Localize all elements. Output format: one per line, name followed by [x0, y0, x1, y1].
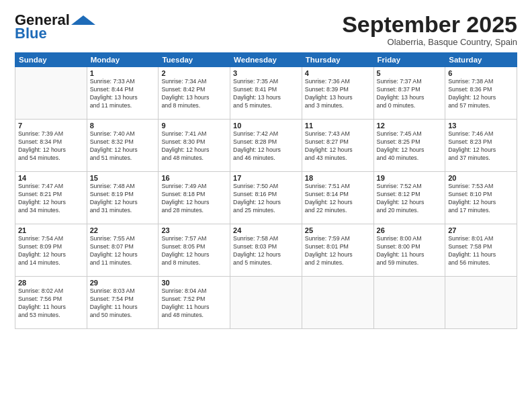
logo-icon: [71, 15, 95, 26]
logo-blue: Blue: [15, 26, 47, 42]
table-row: 4Sunrise: 7:36 AMSunset: 8:39 PMDaylight…: [302, 67, 373, 120]
day-number: 3: [233, 69, 299, 77]
table-row: [373, 277, 445, 329]
table-row: 27Sunrise: 8:01 AMSunset: 7:58 PMDayligh…: [445, 224, 517, 277]
day-number: 14: [18, 174, 84, 182]
day-info: Sunrise: 7:34 AMSunset: 8:42 PMDaylight:…: [161, 78, 227, 110]
day-number: 6: [448, 69, 514, 77]
day-number: 22: [90, 226, 156, 234]
logo: General Blue: [15, 12, 95, 42]
day-number: 25: [305, 226, 371, 234]
table-row: 18Sunrise: 7:51 AMSunset: 8:14 PMDayligh…: [302, 172, 373, 224]
day-info: Sunrise: 7:49 AMSunset: 8:18 PMDaylight:…: [161, 183, 227, 215]
day-number: 4: [305, 69, 371, 77]
table-row: 21Sunrise: 7:54 AMSunset: 8:09 PMDayligh…: [15, 224, 87, 277]
calendar-subtitle: Olaberria, Basque Country, Spain: [342, 37, 517, 47]
calendar-week-2: 7Sunrise: 7:39 AMSunset: 8:34 PMDaylight…: [15, 120, 517, 172]
calendar-week-3: 14Sunrise: 7:47 AMSunset: 8:21 PMDayligh…: [15, 172, 517, 224]
table-row: 23Sunrise: 7:57 AMSunset: 8:05 PMDayligh…: [159, 224, 230, 277]
table-row: 9Sunrise: 7:41 AMSunset: 8:30 PMDaylight…: [159, 120, 230, 172]
table-row: 10Sunrise: 7:42 AMSunset: 8:28 PMDayligh…: [230, 120, 302, 172]
table-row: 8Sunrise: 7:40 AMSunset: 8:32 PMDaylight…: [87, 120, 159, 172]
day-info: Sunrise: 7:35 AMSunset: 8:41 PMDaylight:…: [233, 78, 299, 110]
day-info: Sunrise: 8:04 AMSunset: 7:52 PMDaylight:…: [161, 287, 227, 320]
day-number: 8: [90, 122, 156, 130]
day-number: 29: [90, 279, 156, 287]
day-number: 21: [18, 226, 84, 234]
day-number: 30: [161, 279, 227, 287]
table-row: 2Sunrise: 7:34 AMSunset: 8:42 PMDaylight…: [159, 67, 230, 120]
table-row: 15Sunrise: 7:48 AMSunset: 8:19 PMDayligh…: [87, 172, 159, 224]
day-number: 18: [305, 174, 371, 182]
day-info: Sunrise: 8:03 AMSunset: 7:54 PMDaylight:…: [90, 287, 156, 320]
day-info: Sunrise: 7:38 AMSunset: 8:36 PMDaylight:…: [448, 78, 514, 110]
table-row: 7Sunrise: 7:39 AMSunset: 8:34 PMDaylight…: [15, 120, 87, 172]
calendar-header-row: Sunday Monday Tuesday Wednesday Thursday…: [15, 53, 517, 67]
day-number: 5: [377, 69, 443, 77]
day-info: Sunrise: 7:33 AMSunset: 8:44 PMDaylight:…: [90, 78, 156, 110]
day-info: Sunrise: 7:58 AMSunset: 8:03 PMDaylight:…: [233, 235, 299, 267]
day-info: Sunrise: 7:45 AMSunset: 8:25 PMDaylight:…: [377, 130, 443, 163]
table-row: 22Sunrise: 7:55 AMSunset: 8:07 PMDayligh…: [87, 224, 159, 277]
day-info: Sunrise: 8:02 AMSunset: 7:56 PMDaylight:…: [18, 287, 84, 320]
day-number: 26: [377, 226, 443, 234]
day-number: 2: [161, 69, 227, 77]
day-number: 9: [161, 122, 227, 130]
day-info: Sunrise: 7:48 AMSunset: 8:19 PMDaylight:…: [90, 183, 156, 215]
day-number: 28: [18, 279, 84, 287]
table-row: 16Sunrise: 7:49 AMSunset: 8:18 PMDayligh…: [159, 172, 230, 224]
day-number: 11: [305, 122, 371, 130]
table-row: 19Sunrise: 7:52 AMSunset: 8:12 PMDayligh…: [373, 172, 445, 224]
day-info: Sunrise: 7:37 AMSunset: 8:37 PMDaylight:…: [377, 78, 443, 110]
calendar-title: September 2025: [342, 12, 517, 37]
day-number: 27: [448, 226, 514, 234]
table-row: 30Sunrise: 8:04 AMSunset: 7:52 PMDayligh…: [159, 277, 230, 329]
day-number: 19: [377, 174, 443, 182]
day-number: 12: [377, 122, 443, 130]
col-tuesday: Tuesday: [159, 53, 230, 67]
day-info: Sunrise: 7:57 AMSunset: 8:05 PMDaylight:…: [161, 235, 227, 267]
table-row: 28Sunrise: 8:02 AMSunset: 7:56 PMDayligh…: [15, 277, 87, 329]
table-row: 6Sunrise: 7:38 AMSunset: 8:36 PMDaylight…: [445, 67, 517, 120]
table-row: 11Sunrise: 7:43 AMSunset: 8:27 PMDayligh…: [302, 120, 373, 172]
table-row: 25Sunrise: 7:59 AMSunset: 8:01 PMDayligh…: [302, 224, 373, 277]
calendar-week-4: 21Sunrise: 7:54 AMSunset: 8:09 PMDayligh…: [15, 224, 517, 277]
day-number: 16: [161, 174, 227, 182]
table-row: 3Sunrise: 7:35 AMSunset: 8:41 PMDaylight…: [230, 67, 302, 120]
day-info: Sunrise: 7:43 AMSunset: 8:27 PMDaylight:…: [305, 130, 371, 163]
day-info: Sunrise: 7:46 AMSunset: 8:23 PMDaylight:…: [448, 130, 514, 163]
col-saturday: Saturday: [445, 53, 517, 67]
col-thursday: Thursday: [302, 53, 373, 67]
table-row: [15, 67, 87, 120]
day-info: Sunrise: 7:39 AMSunset: 8:34 PMDaylight:…: [18, 130, 84, 163]
day-number: 23: [161, 226, 227, 234]
table-row: [302, 277, 373, 329]
day-info: Sunrise: 7:47 AMSunset: 8:21 PMDaylight:…: [18, 183, 84, 215]
table-row: 26Sunrise: 8:00 AMSunset: 8:00 PMDayligh…: [373, 224, 445, 277]
table-row: [445, 277, 517, 329]
calendar-week-5: 28Sunrise: 8:02 AMSunset: 7:56 PMDayligh…: [15, 277, 517, 329]
day-number: 17: [233, 174, 299, 182]
day-info: Sunrise: 7:53 AMSunset: 8:10 PMDaylight:…: [448, 183, 514, 215]
day-info: Sunrise: 7:41 AMSunset: 8:30 PMDaylight:…: [161, 130, 227, 163]
svg-marker-0: [71, 15, 95, 25]
table-row: 13Sunrise: 7:46 AMSunset: 8:23 PMDayligh…: [445, 120, 517, 172]
col-friday: Friday: [373, 53, 445, 67]
day-info: Sunrise: 7:59 AMSunset: 8:01 PMDaylight:…: [305, 235, 371, 267]
table-row: 12Sunrise: 7:45 AMSunset: 8:25 PMDayligh…: [373, 120, 445, 172]
day-number: 7: [18, 122, 84, 130]
day-info: Sunrise: 7:40 AMSunset: 8:32 PMDaylight:…: [90, 130, 156, 163]
calendar-week-1: 1Sunrise: 7:33 AMSunset: 8:44 PMDaylight…: [15, 67, 517, 120]
table-row: 1Sunrise: 7:33 AMSunset: 8:44 PMDaylight…: [87, 67, 159, 120]
title-block: September 2025 Olaberria, Basque Country…: [342, 12, 517, 47]
day-number: 15: [90, 174, 156, 182]
day-info: Sunrise: 7:42 AMSunset: 8:28 PMDaylight:…: [233, 130, 299, 163]
table-row: 24Sunrise: 7:58 AMSunset: 8:03 PMDayligh…: [230, 224, 302, 277]
table-row: 17Sunrise: 7:50 AMSunset: 8:16 PMDayligh…: [230, 172, 302, 224]
day-number: 1: [90, 69, 156, 77]
table-row: [230, 277, 302, 329]
table-row: 29Sunrise: 8:03 AMSunset: 7:54 PMDayligh…: [87, 277, 159, 329]
table-row: 5Sunrise: 7:37 AMSunset: 8:37 PMDaylight…: [373, 67, 445, 120]
day-number: 24: [233, 226, 299, 234]
header: General Blue September 2025 Olaberria, B…: [15, 12, 517, 47]
